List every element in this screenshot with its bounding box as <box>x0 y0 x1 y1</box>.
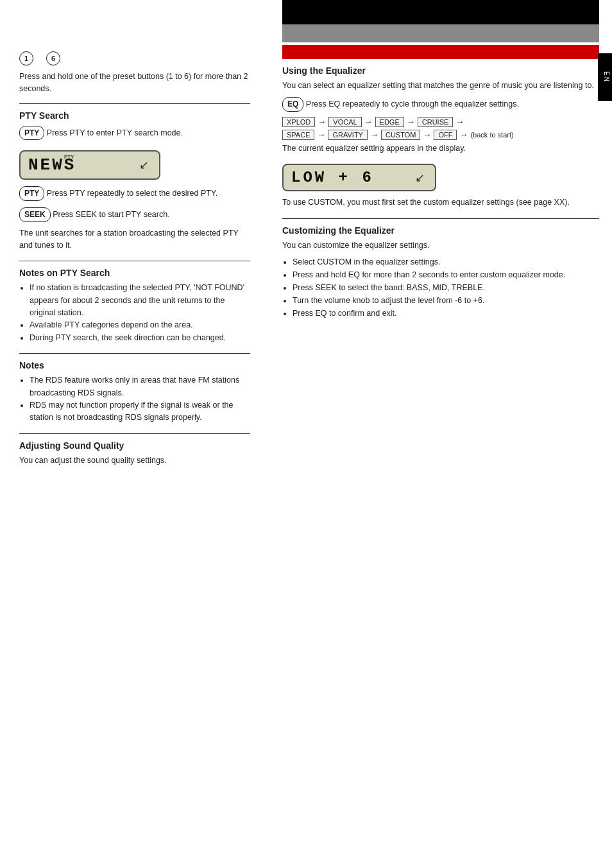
arrow-1: → <box>318 117 326 126</box>
notes-title: Notes <box>19 360 250 370</box>
divider-right-1 <box>282 218 599 219</box>
lcd-low-text: LOW + 6 <box>291 169 374 186</box>
divider-1 <box>19 103 250 104</box>
lcd-display-news: PTY NEWS ↙ <box>19 150 160 180</box>
pty-notes-title: Notes on PTY Search <box>19 268 250 278</box>
custom-eq-title: Customizing the Equalizer <box>282 225 599 236</box>
header-black-bar <box>282 0 599 24</box>
divider-4 <box>19 433 250 434</box>
custom-step-2: Press and hold EQ for more than 2 second… <box>293 268 599 281</box>
custom-eq-intro: You can customize the equalizer settings… <box>282 239 599 252</box>
eq-flow-2: SPACE → GRAVITY → CUSTOM → OFF → (back t… <box>282 130 599 140</box>
lcd-antenna-icon: ↙ <box>139 158 149 172</box>
pty-note: The unit searches for a station broadcas… <box>19 227 250 252</box>
custom-step-1: Select CUSTOM in the equalizer settings. <box>293 256 599 268</box>
eq-item-cruise: CRUISE <box>418 117 454 127</box>
eq-item-gravity: GRAVITY <box>328 130 367 140</box>
eq-button[interactable]: EQ <box>282 97 303 112</box>
note-1: The RDS feature works only in areas that… <box>30 374 250 399</box>
lcd-antenna-2-icon: ↙ <box>415 171 425 185</box>
eq-current-note: The current equalizer setting appears in… <box>282 143 599 155</box>
page-tab: EN <box>598 53 612 101</box>
eq-instruction: EQ Press EQ repeatedly to cycle through … <box>282 96 599 113</box>
pty-note-2: Available PTY categories depend on the a… <box>30 319 250 331</box>
arrow-4: → <box>455 117 464 126</box>
arrow-back-note: (back to start) <box>470 131 513 139</box>
divider-3 <box>19 353 250 354</box>
eq-flow: XPLOD → VOCAL → EDGE → CRUISE → <box>282 117 599 127</box>
page-container: 1 6 Press and hold one of the preset but… <box>0 0 612 868</box>
pty-button-1[interactable]: PTY <box>19 126 44 141</box>
arrow-6: → <box>370 130 378 139</box>
eq-item-off: OFF <box>434 130 457 140</box>
note-2: RDS may not function properly if the sig… <box>30 399 250 424</box>
pty-step1-text: PTY Press PTY to enter PTY search mode. <box>19 125 250 142</box>
eq-item-space: SPACE <box>282 130 314 140</box>
custom-eq-section: Customizing the Equalizer You can custom… <box>282 225 599 320</box>
eq-item-vocal: VOCAL <box>328 117 361 127</box>
eq-intro: You can select an equalizer setting that… <box>282 80 599 92</box>
left-column: 1 6 Press and hold one of the preset but… <box>0 0 269 868</box>
circle-1: 1 <box>19 51 33 65</box>
sound-quality-text: You can adjust the sound quality setting… <box>19 455 250 467</box>
eq-title: Using the Equalizer <box>282 65 599 76</box>
pty-label-indicator: PTY <box>64 154 74 160</box>
lcd-display-low: LOW + 6 ↙ <box>282 164 436 191</box>
custom-step-3: Press SEEK to select the band: BASS, MID… <box>293 281 599 294</box>
pty-note-1: If no station is broadcasting the select… <box>30 282 250 319</box>
arrow-5: → <box>317 130 325 139</box>
pty-button-2[interactable]: PTY <box>19 186 44 201</box>
eq-item-custom: CUSTOM <box>381 130 420 140</box>
eq-item-edge: EDGE <box>375 117 404 127</box>
custom-step-5: Press EQ to confirm and exit. <box>293 307 599 320</box>
custom-step-4: Turn the volume knob to adjust the level… <box>293 294 599 307</box>
arrow-3: → <box>407 117 415 126</box>
pty-search-title: PTY Search <box>19 110 250 121</box>
arrow-8: → <box>459 130 468 139</box>
notes-list: The RDS feature works only in areas that… <box>30 374 250 424</box>
eq-instruction-text: Press EQ repeatedly to cycle through the… <box>306 100 519 108</box>
tab-text: EN <box>603 71 610 83</box>
pty-step3-desc: Press SEEK to start PTY search. <box>53 210 169 219</box>
sound-quality-section: Adjusting Sound Quality You can adjust t… <box>19 440 250 467</box>
divider-2 <box>19 261 250 261</box>
arrow-7: → <box>423 130 431 139</box>
seek-button[interactable]: SEEK <box>19 207 51 222</box>
right-column: EN Using the Equalizer You can select an… <box>269 0 612 868</box>
arrow-2: → <box>364 117 373 126</box>
eq-section: Using the Equalizer You can select an eq… <box>282 65 599 209</box>
pty-notes-section: Notes on PTY Search If no station is bro… <box>19 268 250 344</box>
pty-notes-list: If no station is broadcasting the select… <box>30 282 250 344</box>
intro-text: Press and hold one of the preset buttons… <box>19 71 250 96</box>
pty-step1-desc: Press PTY to enter PTY search mode. <box>47 128 183 137</box>
eq-item-xplod: XPLOD <box>282 117 315 127</box>
notes-section: Notes The RDS feature works only in area… <box>19 360 250 424</box>
pty-search-section: PTY Search PTY Press PTY to enter PTY se… <box>19 110 250 252</box>
sound-quality-title: Adjusting Sound Quality <box>19 440 250 451</box>
custom-eq-steps: Select CUSTOM in the equalizer settings.… <box>293 256 599 320</box>
header-gray-bar <box>282 24 599 42</box>
custom-note: To use CUSTOM, you must first set the cu… <box>282 196 599 209</box>
pty-step2-text: PTY Press PTY repeatedly to select the d… <box>19 185 250 202</box>
pty-step3-text: SEEK Press SEEK to start PTY search. <box>19 206 250 223</box>
header-red-bar <box>282 45 599 59</box>
circle-6: 6 <box>46 51 60 65</box>
pty-note-3: During PTY search, the seek direction ca… <box>30 332 250 344</box>
pty-step2-desc: Press PTY repeatedly to select the desir… <box>47 189 217 198</box>
